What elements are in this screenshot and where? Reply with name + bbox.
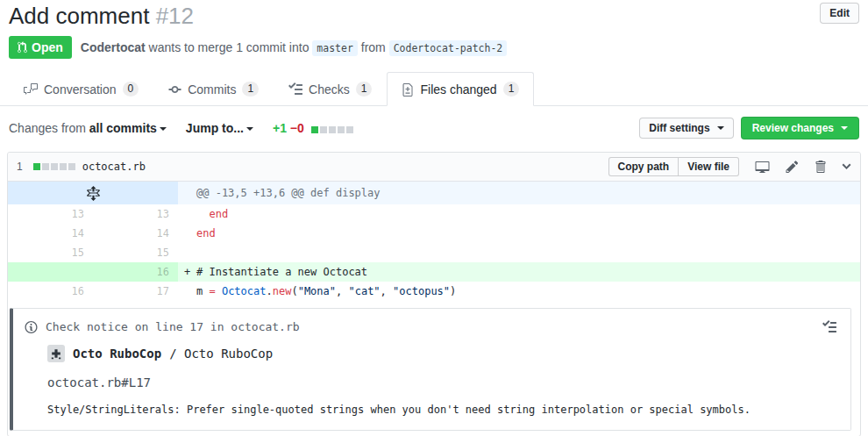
pr-tabnav: Conversation 0 Commits 1 Checks 1 Files … (0, 72, 868, 106)
code-line: end (178, 224, 860, 243)
pr-state-label: Open (32, 40, 63, 54)
code-line: +# Instantiate a new Octocat (178, 262, 860, 282)
octo-rubocop-avatar (47, 345, 65, 362)
check-run-name: / Octo RuboCop (169, 345, 273, 362)
new-line-number[interactable]: 13 (93, 204, 178, 224)
diff-settings-button[interactable]: Diff settings (639, 118, 733, 139)
tab-commits-count: 1 (242, 82, 259, 96)
file-index: 1 (17, 161, 23, 173)
diff-table: @@ -13,5 +13,6 @@ def display 13 13 end … (8, 182, 860, 431)
page-title: Add comment #12 (9, 3, 194, 30)
info-icon (25, 320, 38, 334)
checklist-icon (288, 82, 302, 96)
pr-header: Add comment #12 Edit (0, 0, 868, 30)
review-changes-button[interactable]: Review changes (741, 117, 859, 139)
tab-files-changed-label: Files changed (420, 82, 496, 96)
new-line-number[interactable]: 14 (93, 224, 178, 243)
check-app-row: Octo RuboCop / Octo RuboCop (13, 338, 850, 362)
diff-hunk-row: @@ -13,5 +13,6 @@ def display (8, 182, 860, 204)
merge-text: wants to merge 1 commit into (149, 40, 309, 54)
old-line-number[interactable] (8, 262, 93, 282)
base-branch-label: master (312, 40, 358, 56)
new-line-number[interactable]: 15 (93, 243, 178, 262)
file-diff-container: 1 octocat.rb Copy path View file (7, 152, 861, 436)
tab-commits-label: Commits (188, 82, 236, 96)
diff-line-15: 15 15 (8, 243, 860, 262)
new-line-number[interactable]: 17 (93, 282, 178, 301)
diff-settings-label: Diff settings (649, 122, 709, 134)
author-link[interactable]: Codertocat (81, 40, 146, 54)
additions-count: +1 (273, 121, 287, 135)
annotation-message: Style/StringLiterals: Prefer single-quot… (13, 391, 850, 430)
tab-conversation[interactable]: Conversation 0 (9, 72, 153, 106)
diff-stats: +1 −0 (273, 121, 353, 135)
diffstat-blocks (311, 126, 353, 133)
tab-conversation-count: 0 (123, 82, 139, 96)
old-line-number[interactable]: 15 (8, 243, 93, 262)
expand-hunk-button[interactable] (8, 182, 178, 204)
display-rich-diff-icon[interactable] (755, 160, 770, 174)
changes-from-dropdown[interactable]: Changes from all commits (9, 121, 167, 135)
collapse-file-chevron-down-icon[interactable] (842, 160, 851, 174)
all-commits-text: all commits (89, 121, 157, 135)
file-diffstat-blocks (33, 163, 75, 170)
diff-line-14: 14 14 end (8, 224, 860, 243)
caret-down-icon (717, 126, 724, 130)
review-changes-label: Review changes (752, 122, 834, 134)
check-annotation-header: Check notice on line 17 in octocat.rb (13, 309, 850, 338)
tab-files-changed-count: 1 (503, 82, 520, 96)
check-annotation-box: Check notice on line 17 in octocat.rb Oc… (10, 308, 851, 431)
comment-discussion-icon (24, 82, 38, 96)
old-line-number[interactable]: 14 (8, 224, 93, 243)
caret-down-icon (246, 127, 253, 131)
delete-file-trash-icon[interactable] (815, 160, 826, 174)
tab-commits[interactable]: Commits 1 (153, 72, 274, 106)
unfold-icon (87, 186, 100, 201)
new-line-number[interactable]: 16 (93, 262, 178, 282)
diff-line-16-added: 16 +# Instantiate a new Octocat (8, 262, 860, 282)
tab-files-changed[interactable]: Files changed 1 (387, 72, 534, 106)
deletions-count: −0 (290, 121, 304, 135)
pr-files-changed-page: Add comment #12 Edit Open Codertocat wan… (0, 0, 868, 436)
caret-down-icon (841, 126, 848, 130)
git-commit-icon (168, 82, 181, 96)
pr-title-text: Add comment (9, 3, 149, 29)
hunk-header-text: @@ -13,5 +13,6 @@ def display (178, 182, 860, 204)
annotation-location: octocat.rb#L17 (13, 362, 850, 391)
code-line (178, 243, 860, 262)
caret-down-icon (160, 127, 167, 131)
tab-conversation-label: Conversation (44, 82, 117, 96)
tab-checks-label: Checks (309, 82, 350, 96)
head-branch-label: Codertocat-patch-2 (389, 40, 508, 56)
view-file-button[interactable]: View file (678, 157, 739, 176)
edit-file-pencil-icon[interactable] (786, 160, 799, 174)
file-diff-icon (402, 82, 414, 96)
pr-meta: Open Codertocat wants to merge 1 commit … (0, 30, 868, 59)
pr-state-badge: Open (9, 36, 72, 59)
file-header: 1 octocat.rb Copy path View file (8, 153, 860, 182)
jump-to-dropdown[interactable]: Jump to... (186, 121, 253, 135)
copy-path-button[interactable]: Copy path (608, 157, 679, 176)
file-action-group: Copy path View file (608, 157, 739, 176)
from-text: from (361, 40, 386, 54)
diff-line-17: 16 17 m = Octocat.new("Mona", "cat", "oc… (8, 282, 860, 301)
git-pull-request-icon (18, 41, 27, 54)
pr-merge-summary: Codertocat wants to merge 1 commit into … (81, 40, 508, 54)
diff-line-13: 13 13 end (8, 204, 860, 224)
old-line-number[interactable]: 13 (8, 204, 93, 224)
diffbar: Changes from all commits Jump to... +1 −… (0, 106, 868, 150)
check-annotation-title: Check notice on line 17 in octocat.rb (46, 318, 300, 336)
old-line-number[interactable]: 16 (8, 282, 93, 301)
jump-to-label: Jump to... (186, 121, 244, 135)
code-line: m = Octocat.new("Mona", "cat", "octopus"… (178, 282, 860, 301)
check-app-name[interactable]: Octo RuboCop (73, 345, 161, 362)
changes-from-text: Changes from (9, 121, 86, 135)
file-name-link[interactable]: octocat.rb (82, 161, 146, 173)
edit-button[interactable]: Edit (820, 3, 859, 24)
checklist-icon (822, 320, 836, 334)
tab-checks[interactable]: Checks 1 (274, 72, 387, 106)
code-line: end (178, 204, 860, 224)
pr-number: #12 (156, 3, 194, 29)
tab-checks-count: 1 (356, 82, 373, 96)
